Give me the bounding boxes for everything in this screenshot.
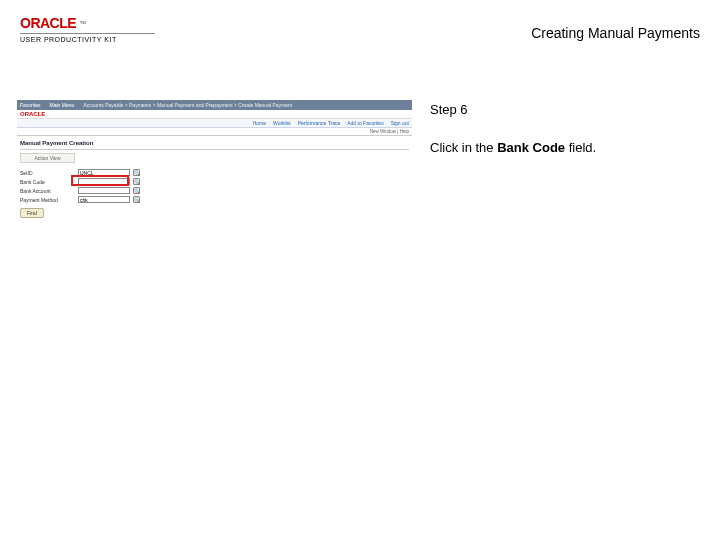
app-status-row: New Window | Help bbox=[17, 128, 412, 136]
instruction-bold: Bank Code bbox=[497, 140, 565, 155]
brand-wordmark: ORACLE bbox=[20, 15, 76, 31]
section-divider bbox=[20, 149, 409, 150]
nav-breadcrumb-inline: Accounts Payable > Payments > Manual Pay… bbox=[83, 102, 292, 108]
subnav-perftrace[interactable]: Performance Trace bbox=[298, 120, 341, 126]
nav-tab-mainmenu[interactable]: Main Menu bbox=[50, 102, 75, 108]
subnav-signout[interactable]: Sign out bbox=[391, 120, 409, 126]
input-bank-code[interactable] bbox=[78, 178, 130, 185]
app-subnav: Home Worklist Performance Trace Add to F… bbox=[17, 119, 412, 128]
instruction-panel: Step 6 Click in the Bank Code field. bbox=[430, 100, 695, 157]
lookup-icon[interactable]: 🔍 bbox=[133, 169, 140, 176]
input-bank-account[interactable] bbox=[78, 187, 130, 194]
brand-tm: ™ bbox=[79, 20, 86, 27]
brand-block: ORACLE ™ USER PRODUCTIVITY KIT bbox=[20, 15, 155, 43]
action-view-dropdown[interactable]: Action View bbox=[20, 153, 75, 163]
row-setid: SetID 🔍 bbox=[17, 168, 412, 177]
instruction-text: Click in the Bank Code field. bbox=[430, 138, 695, 158]
brand-divider bbox=[20, 33, 155, 34]
lookup-icon[interactable]: 🔍 bbox=[133, 187, 140, 194]
find-button[interactable]: Find bbox=[20, 208, 44, 218]
section-title: Manual Payment Creation bbox=[17, 136, 412, 148]
status-text[interactable]: New Window | Help bbox=[370, 129, 409, 134]
instruction-before: Click in the bbox=[430, 140, 497, 155]
app-primary-nav: Favorites Main Menu Accounts Payable > P… bbox=[17, 100, 412, 110]
subnav-worklist[interactable]: Worklist bbox=[273, 120, 291, 126]
row-bank-account: Bank Account 🔍 bbox=[17, 186, 412, 195]
page-title: Creating Manual Payments bbox=[531, 25, 700, 41]
subnav-addfav[interactable]: Add to Favorites bbox=[347, 120, 383, 126]
app-logo: ORACLE bbox=[17, 110, 412, 119]
label-setid: SetID bbox=[20, 170, 75, 176]
instruction-after: field. bbox=[565, 140, 596, 155]
lookup-icon[interactable]: 🔍 bbox=[133, 196, 140, 203]
brand-logo: ORACLE ™ bbox=[20, 15, 155, 31]
row-payment-method: Payment Method 🔍 bbox=[17, 195, 412, 204]
row-bank-code: Bank Code 🔍 bbox=[17, 177, 412, 186]
label-bank-code: Bank Code bbox=[20, 179, 75, 185]
step-label: Step 6 bbox=[430, 100, 695, 120]
lookup-icon[interactable]: 🔍 bbox=[133, 178, 140, 185]
input-setid[interactable] bbox=[78, 169, 130, 176]
label-bank-account: Bank Account bbox=[20, 188, 75, 194]
brand-subtitle: USER PRODUCTIVITY KIT bbox=[20, 36, 155, 43]
input-payment-method[interactable] bbox=[78, 196, 130, 203]
app-screenshot: Favorites Main Menu Accounts Payable > P… bbox=[17, 100, 412, 245]
nav-tab-favorites[interactable]: Favorites bbox=[20, 102, 41, 108]
subnav-home[interactable]: Home bbox=[253, 120, 266, 126]
label-payment-method: Payment Method bbox=[20, 197, 75, 203]
